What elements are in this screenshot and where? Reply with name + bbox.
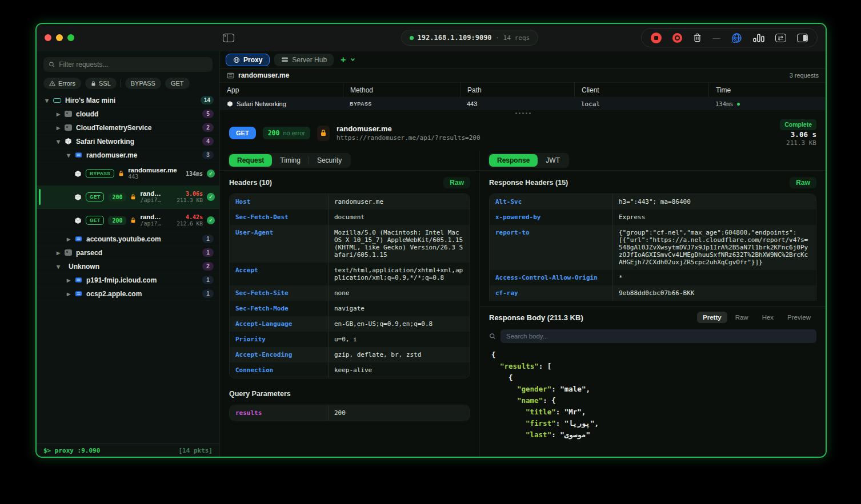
tree-item-app[interactable]: ▾ Safari Networking 4 — [37, 135, 219, 148]
tab-request[interactable]: Request — [229, 154, 272, 167]
header-row[interactable]: Sec-Fetch-Destdocument — [230, 209, 470, 225]
chevron-down-icon[interactable]: ▾ — [66, 151, 71, 159]
tree-item-unknown[interactable]: ▾ Unknown 2 — [37, 260, 219, 273]
chevron-right-icon[interactable]: ▸ — [56, 110, 61, 118]
request-row[interactable]: BYPASS randomuser.me 443 134ms ✓ — [37, 162, 219, 186]
titlebar: 192.168.1.109:9090 · 14 reqs — — [37, 24, 826, 51]
chevron-right-icon[interactable]: ▸ — [56, 249, 61, 257]
header-row[interactable]: Accept-Encodinggzip, deflate, br, zstd — [230, 347, 470, 362]
cube-icon — [74, 217, 82, 224]
header-row[interactable]: Connectionkeep-alive — [230, 362, 470, 378]
tree-label: Hiro's Mac mini — [65, 96, 201, 104]
tree-item-app[interactable]: ▸ CloudTelemetryService 2 — [37, 121, 219, 135]
filter-chip-errors[interactable]: Errors — [43, 78, 81, 89]
request-path: /api?… — [140, 220, 161, 227]
search-body-input[interactable] — [506, 333, 811, 340]
raw-toggle-button[interactable]: Raw — [443, 177, 470, 188]
header-row[interactable]: cf-ray9eb88dd0cbc07b66-BKK — [490, 285, 816, 301]
zoom-window-button[interactable] — [67, 34, 74, 41]
header-row[interactable]: Sec-Fetch-Sitenone — [230, 285, 470, 301]
tree-item-host[interactable]: ▸ p191-fmip.icloud.com 1 — [37, 273, 219, 287]
record-icon[interactable] — [672, 33, 682, 43]
network-globe-icon[interactable] — [731, 33, 742, 43]
header-row[interactable]: Hostrandomuser.me — [230, 194, 470, 209]
header-row[interactable]: User-AgentMozilla/5.0 (Macintosh; Intel … — [230, 225, 470, 263]
column-app[interactable]: App — [220, 83, 343, 97]
table-row[interactable]: Safari Networking BYPASS 443 local 134ms — [220, 98, 826, 110]
tab-preview[interactable]: Preview — [782, 312, 816, 323]
tab-timing[interactable]: Timing — [272, 154, 309, 167]
tree-item-host[interactable]: ▸ accounts.youtube.com 1 — [37, 232, 219, 246]
count-badge: 2 — [202, 123, 214, 132]
toggle-right-panel-icon[interactable] — [797, 34, 808, 42]
host-header: randomuser.me 3 requests — [220, 68, 826, 83]
toggle-left-sidebar-icon[interactable] — [223, 34, 234, 42]
trash-icon[interactable] — [693, 33, 702, 42]
tab-security[interactable]: Security — [309, 154, 350, 167]
filter-search-field[interactable] — [43, 57, 213, 72]
body-view-tabs: Pretty Raw Hex Preview — [697, 312, 816, 323]
filter-requests-input[interactable] — [59, 61, 207, 68]
chevron-down-icon[interactable] — [350, 58, 355, 62]
lock-icon — [91, 80, 96, 87]
chip-label: GET — [171, 80, 184, 87]
filter-chip-ssl[interactable]: SSL — [85, 78, 117, 89]
traffic-lights — [45, 34, 74, 41]
column-path[interactable]: Path — [460, 83, 574, 97]
header-row[interactable]: Accept-Languageen-GB,en-US;q=0.9,en;q=0.… — [230, 316, 470, 332]
drag-handle-icon[interactable] — [220, 110, 826, 116]
chevron-down-icon[interactable]: ▾ — [56, 263, 61, 271]
tree-item-device[interactable]: ▾ Hiro's Mac mini 14 — [37, 94, 219, 107]
column-client[interactable]: Client — [574, 83, 708, 97]
column-time[interactable]: Time — [708, 83, 826, 97]
json-body-viewer[interactable]: { "results": [ { "gender": "male", "name… — [480, 345, 826, 457]
chevron-right-icon[interactable]: ▸ — [66, 276, 71, 284]
tab-hex[interactable]: Hex — [756, 312, 779, 323]
request-row[interactable]: GET 200 rand… /api?… 4.42s 212.6 KB ✓ — [37, 209, 219, 232]
proxy-status-text: $> proxy :9.090 — [43, 447, 100, 454]
complete-badge: Complete — [780, 119, 816, 130]
lock-icon — [320, 129, 327, 137]
header-row[interactable]: report-to{"group":"cf-nel","max_age":604… — [490, 225, 816, 270]
response-body-section: Response Body (211.3 KB) Pretty Raw Hex … — [480, 307, 826, 457]
tree-item-app[interactable]: ▸ cloudd 5 — [37, 107, 219, 121]
stats-bars-icon[interactable] — [753, 33, 764, 43]
column-method[interactable]: Method — [343, 83, 460, 97]
header-row[interactable]: Alt-Svch3=":443"; ma=86400 — [490, 194, 816, 209]
proxy-address-pill[interactable]: 192.168.1.109:9090 · 14 reqs — [401, 30, 539, 46]
response-headers-table: Alt-Svch3=":443"; ma=86400 x-powered-byE… — [489, 193, 816, 301]
header-row[interactable]: Access-Control-Allow-Origin* — [490, 270, 816, 285]
chevron-right-icon[interactable]: ▸ — [56, 124, 61, 132]
close-window-button[interactable] — [45, 34, 51, 41]
body-search-field[interactable] — [500, 329, 816, 343]
header-row[interactable]: Priorityu=0, i — [230, 332, 470, 347]
chevron-right-icon[interactable]: ▸ — [66, 235, 71, 243]
host-icon — [75, 151, 82, 159]
chevron-right-icon[interactable]: ▸ — [66, 290, 71, 298]
tab-proxy[interactable]: Proxy — [226, 54, 270, 66]
chevron-down-icon[interactable]: ▾ — [56, 138, 61, 146]
summary-url[interactable]: https://randomuser.me/api/?results=200 — [337, 134, 480, 142]
tab-response[interactable]: Response — [489, 154, 538, 167]
header-row[interactable]: x-powered-byExpress — [490, 209, 816, 225]
tree-item-host[interactable]: ▾ randomuser.me 3 — [37, 148, 219, 162]
stop-proxy-icon[interactable] — [651, 33, 662, 43]
tab-raw[interactable]: Raw — [730, 312, 754, 323]
raw-toggle-button[interactable]: Raw — [790, 177, 816, 188]
tab-jwt[interactable]: JWT — [538, 154, 568, 167]
filter-chip-get[interactable]: GET — [165, 78, 190, 89]
header-row[interactable]: Accepttext/html,application/xhtml+xml,ap… — [230, 263, 470, 285]
count-badge: 1 — [202, 248, 214, 257]
request-row-selected[interactable]: GET 200 rand… /api?… 3.06s 211.3 KB ✓ — [37, 186, 219, 209]
add-tab-button[interactable]: + — [341, 56, 346, 64]
tab-pretty[interactable]: Pretty — [697, 312, 727, 323]
query-param-row[interactable]: results 200 — [230, 405, 470, 421]
tree-item-app[interactable]: ▸ parsecd 1 — [37, 246, 219, 260]
tab-server-hub[interactable]: Server Hub — [274, 54, 334, 66]
swap-arrows-icon[interactable] — [775, 34, 786, 42]
filter-chip-bypass[interactable]: BYPASS — [125, 78, 161, 89]
minimize-window-button[interactable] — [56, 34, 63, 41]
tree-item-host[interactable]: ▸ ocsp2.apple.com 1 — [37, 287, 219, 301]
header-row[interactable]: Sec-Fetch-Modenavigate — [230, 301, 470, 316]
chevron-down-icon[interactable]: ▾ — [45, 96, 49, 104]
